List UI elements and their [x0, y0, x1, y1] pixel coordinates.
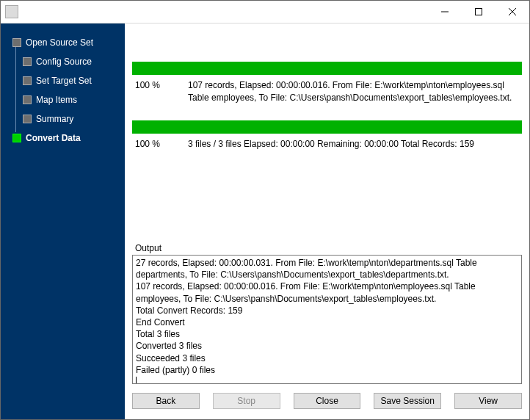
step-marker-icon	[23, 76, 32, 85]
main-panel: 100 % 107 records, Elapsed: 00:00:00.016…	[125, 23, 529, 419]
wizard-step[interactable]: Config Source	[23, 54, 120, 69]
back-button[interactable]: Back	[132, 393, 200, 409]
progress-bar-total	[132, 120, 522, 134]
wizard-step[interactable]: Set Target Set	[23, 73, 120, 88]
step-marker-active-icon	[12, 134, 21, 142]
output-label: Output	[132, 243, 522, 255]
svg-rect-1	[476, 9, 482, 15]
minimize-button[interactable]	[428, 1, 462, 23]
wizard-step[interactable]: Summary	[23, 112, 120, 126]
maximize-button[interactable]	[462, 1, 495, 23]
button-bar: Back Stop Close Save Session View	[132, 384, 522, 413]
window-controls	[428, 1, 529, 23]
output-line: Total 3 files	[136, 328, 518, 340]
progress-bar-current	[132, 62, 522, 75]
output-line: End Convert	[136, 316, 518, 328]
output-line: Failed (partly) 0 files	[136, 364, 518, 376]
wizard-step-label: Map Items	[36, 95, 77, 105]
app-icon	[5, 5, 18, 18]
wizard-step-label: Convert Data	[26, 133, 81, 143]
save-session-button[interactable]: Save Session	[374, 393, 441, 409]
app-window: Open Source SetConfig SourceSet Target S…	[0, 0, 530, 420]
titlebar	[1, 1, 529, 23]
output-line: 107 records, Elapsed: 00:00:00.016. From…	[136, 280, 518, 304]
close-window-button[interactable]	[495, 1, 529, 23]
output-line: Converted 3 files	[136, 340, 518, 352]
progress-detail-current: 107 records, Elapsed: 00:00:00.016. From…	[188, 79, 519, 104]
output-line: Total Convert Records: 159	[136, 305, 518, 316]
step-marker-icon	[23, 57, 32, 66]
wizard-step-label: Set Target Set	[36, 76, 92, 86]
text-cursor	[136, 377, 137, 384]
wizard-step[interactable]: Convert Data	[12, 131, 120, 145]
wizard-sidebar: Open Source SetConfig SourceSet Target S…	[1, 23, 125, 419]
stop-button[interactable]: Stop	[213, 393, 280, 409]
wizard-step[interactable]: Open Source Set	[12, 35, 120, 50]
close-button[interactable]: Close	[294, 393, 361, 409]
step-marker-icon	[23, 115, 32, 123]
step-marker-icon	[23, 95, 32, 104]
progress-percent-current: 100 %	[135, 79, 188, 104]
wizard-step-label: Config Source	[36, 57, 92, 67]
wizard-step[interactable]: Map Items	[23, 93, 120, 107]
progress-percent-total: 100 %	[135, 138, 188, 151]
progress-detail-total: 3 files / 3 files Elapsed: 00:00:00 Rema…	[188, 138, 519, 151]
output-line: 27 records, Elapsed: 00:00:00.031. From …	[136, 257, 518, 280]
output-line: Succeeded 3 files	[136, 352, 518, 364]
output-textbox[interactable]: 27 records, Elapsed: 00:00:00.031. From …	[132, 255, 522, 384]
wizard-step-label: Open Source Set	[26, 37, 93, 48]
view-button[interactable]: View	[454, 393, 522, 409]
step-marker-icon	[12, 38, 21, 47]
wizard-step-label: Summary	[36, 114, 73, 124]
